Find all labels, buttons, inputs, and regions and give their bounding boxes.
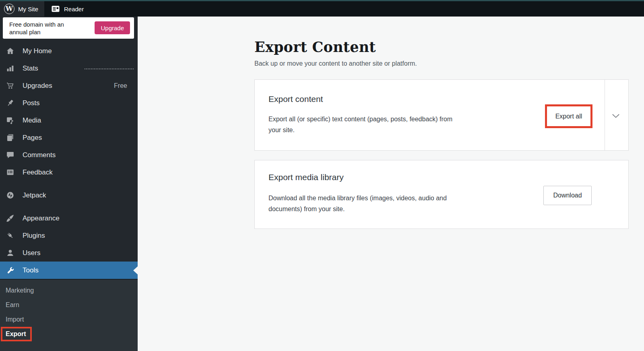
reader-tab[interactable]: Reader [47, 1, 89, 17]
cart-icon [6, 81, 14, 90]
wordpress-admin-screen: W My Site Reader Free domain with an ann… [0, 0, 644, 351]
export-all-button[interactable]: Export all [555, 113, 582, 120]
card-heading: Export content [268, 94, 323, 104]
reader-icon [51, 4, 60, 14]
brush-icon [6, 214, 14, 223]
reader-label: Reader [64, 6, 84, 12]
pages-icon [6, 133, 14, 142]
sidebar-item-posts[interactable]: Posts [0, 94, 138, 112]
sidebar-item-comments[interactable]: Comments [0, 146, 138, 164]
card-description: Download all the media library files (im… [268, 193, 447, 214]
masterbar: W My Site Reader [0, 1, 644, 17]
page-subtitle: Back up or move your content to another … [254, 60, 417, 67]
my-site-tab[interactable]: W My Site [0, 1, 44, 17]
sidebar-item-upgrades[interactable]: Upgrades Free [0, 77, 138, 94]
sidebar-item-media[interactable]: Media [0, 112, 138, 129]
submenu-item-earn[interactable]: Earn [0, 298, 138, 312]
sidebar-item-jetpack[interactable]: Jetpack [0, 187, 138, 204]
upgrades-free-badge: Free [114, 82, 127, 89]
home-icon [6, 47, 14, 56]
jetpack-icon [6, 191, 14, 200]
stats-sparkline [85, 69, 134, 69]
sidebar-item-plugins[interactable]: Plugins [0, 227, 138, 244]
main-content: Export Content Back up or move your cont… [138, 17, 644, 351]
page-title: Export Content [254, 39, 376, 55]
sidebar-item-pages[interactable]: Pages [0, 129, 138, 146]
chevron-down-icon [611, 110, 621, 121]
sidebar-item-feedback[interactable]: Feedback [0, 164, 138, 181]
wrench-icon [6, 266, 14, 275]
pushpin-icon [6, 99, 14, 108]
sidebar-item-tools[interactable]: Tools [0, 262, 138, 279]
submenu-item-export[interactable]: Export [0, 327, 138, 341]
admin-sidebar: Free domain with an annual plan Upgrade … [0, 17, 138, 351]
my-site-label: My Site [18, 6, 38, 12]
comment-icon [6, 151, 14, 160]
upsell-banner-text: Free domain with an annual plan [9, 21, 64, 36]
submenu-item-import[interactable]: Import [0, 312, 138, 327]
plug-icon [6, 231, 14, 240]
sidebar-item-users[interactable]: Users [0, 244, 138, 262]
card-heading: Export media library [268, 172, 344, 182]
stats-icon [6, 64, 14, 73]
user-icon [6, 249, 14, 258]
export-media-card: Export media library Download all the me… [254, 160, 629, 229]
download-button[interactable]: Download [543, 186, 592, 205]
tools-submenu: Marketing Earn Import Export [0, 279, 138, 351]
wordpress-logo-icon: W [4, 4, 14, 14]
submenu-item-marketing[interactable]: Marketing [0, 283, 138, 298]
export-content-card: Export content Export all (or specific) … [254, 79, 629, 151]
media-icon [6, 116, 14, 125]
expand-button[interactable] [610, 110, 622, 122]
card-description: Export all (or specific) text content (p… [268, 114, 452, 135]
annotation-box-export-all: Export all [545, 104, 592, 128]
sidebar-item-stats[interactable]: Stats [0, 60, 138, 77]
sidebar-item-my-home[interactable]: My Home [0, 42, 138, 60]
feedback-icon [6, 168, 14, 177]
card-divider [605, 80, 605, 150]
sidebar-item-appearance[interactable]: Appearance [0, 210, 138, 227]
upgrade-button[interactable]: Upgrade [95, 21, 130, 34]
upsell-banner: Free domain with an annual plan Upgrade [3, 17, 134, 39]
sidebar-menu: My Home Stats Upgrades Free [0, 42, 138, 279]
